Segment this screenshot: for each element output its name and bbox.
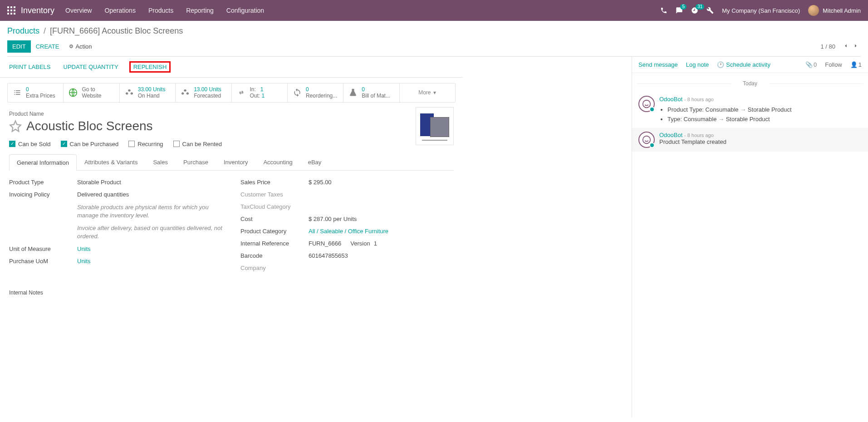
user-name: Mitchell Admin [823, 7, 861, 14]
recurring-checkbox[interactable]: Recurring [128, 141, 163, 147]
category-link[interactable]: All / Saleable / Office Furniture [309, 228, 388, 235]
svg-rect-5 [14, 10, 15, 11]
print-labels-button[interactable]: PRINT LABELS [7, 61, 53, 73]
menu-products[interactable]: Products [148, 7, 173, 14]
followers-count[interactable]: 👤1 [850, 61, 862, 68]
flask-icon [348, 88, 358, 98]
list-icon [12, 88, 22, 98]
company-switcher[interactable]: My Company (San Francisco) [722, 7, 800, 14]
svg-rect-0 [7, 6, 9, 8]
avatar [808, 5, 819, 16]
chat-message: OdooBot - 8 hours ago Product Type: Cons… [632, 92, 868, 128]
message-time: - 8 hours ago [684, 97, 714, 102]
svg-rect-1 [10, 6, 12, 8]
follow-button[interactable]: Follow [825, 61, 842, 68]
tab-general-information[interactable]: General Information [9, 154, 77, 171]
message-time: - 8 hours ago [684, 132, 714, 138]
barcode-value: 601647855653 [309, 252, 454, 259]
tab-accounting[interactable]: Accounting [255, 154, 300, 170]
menu-overview[interactable]: Overview [65, 7, 92, 14]
uom-link[interactable]: Units [77, 245, 91, 252]
chat-message: OdooBot - 8 hours ago Product Template c… [632, 128, 868, 152]
svg-rect-3 [7, 10, 9, 11]
schedule-activity-button[interactable]: 🕐 Schedule activity [717, 61, 770, 68]
menu-configuration[interactable]: Configuration [226, 7, 264, 14]
help-text: Invoice after delivery, based on quantit… [77, 224, 222, 240]
tab-ebay[interactable]: eBay [300, 154, 329, 170]
action-menu[interactable]: Action [64, 40, 97, 53]
help-text: Storable products are physical items for… [77, 203, 222, 220]
message-author[interactable]: OdooBot [659, 132, 682, 138]
create-button[interactable]: CREATE [31, 40, 64, 53]
tab-purchase[interactable]: Purchase [176, 154, 216, 170]
svg-point-11 [643, 136, 651, 143]
sales-price-value: $ 295.00 [309, 179, 454, 186]
clock-icon: 🕐 [717, 61, 724, 68]
version-value: 1 [374, 240, 377, 247]
purchase-uom-link[interactable]: Units [77, 258, 91, 265]
clock-icon[interactable]: 31 [691, 7, 698, 14]
svg-point-10 [643, 100, 651, 108]
stat-onhand[interactable]: 33.00 UnitsOn Hand [120, 83, 176, 102]
stat-more[interactable]: More ▾ [400, 83, 455, 102]
internal-ref-value: FURN_6666 [309, 240, 341, 247]
favorite-star-icon[interactable] [9, 120, 22, 132]
product-name-label: Product Name [9, 111, 454, 117]
chat-badge: 5 [680, 4, 687, 10]
internal-notes-label: Internal Notes [9, 290, 454, 296]
product-name: Acoustic Bloc Screens [26, 119, 153, 133]
stat-bom[interactable]: 0Bill of Mat... [343, 83, 399, 102]
debug-icon[interactable] [706, 7, 714, 14]
replenish-button[interactable]: REPLENISH [129, 61, 171, 73]
clock-badge: 31 [696, 4, 704, 10]
can-be-rented-checkbox[interactable]: Can be Rented [173, 141, 222, 147]
top-nav: Inventory Overview Operations Products R… [0, 0, 868, 21]
product-type-value: Storable Product [77, 179, 222, 186]
log-note-button[interactable]: Log note [686, 61, 709, 68]
invoicing-policy-value: Delivered quantities [77, 191, 222, 198]
stat-transfers[interactable]: In: 1 Out: 1 [232, 83, 288, 102]
pager-next[interactable] [851, 42, 861, 51]
svg-rect-6 [7, 13, 9, 15]
refresh-icon [292, 88, 302, 98]
user-menu[interactable]: Mitchell Admin [808, 5, 861, 16]
attachments-button[interactable]: 📎0 [805, 61, 817, 68]
stat-reordering[interactable]: 0Reordering... [288, 83, 343, 102]
edit-button[interactable]: EDIT [7, 40, 31, 53]
apps-icon[interactable] [7, 6, 15, 15]
product-image[interactable] [416, 107, 454, 145]
boxes-icon [124, 88, 134, 98]
cost-value: $ 287.00 [309, 216, 332, 222]
svg-rect-2 [14, 6, 15, 8]
chevron-down-icon: ▾ [433, 89, 436, 96]
person-icon: 👤 [850, 61, 858, 68]
stat-website[interactable]: Go toWebsite [64, 83, 119, 102]
tab-sales[interactable]: Sales [145, 154, 176, 170]
tab-attributes-variants[interactable]: Attributes & Variants [77, 154, 146, 170]
breadcrumb-current: [FURN_6666] Acoustic Bloc Screens [50, 26, 183, 35]
svg-rect-7 [10, 13, 12, 15]
breadcrumb-parent[interactable]: Products [7, 26, 39, 35]
main-menu: Overview Operations Products Reporting C… [65, 7, 264, 14]
menu-operations[interactable]: Operations [104, 7, 135, 14]
pager-text: 1 / 80 [820, 43, 835, 50]
menu-reporting[interactable]: Reporting [186, 7, 214, 14]
chat-icon[interactable]: 5 [676, 7, 683, 14]
update-quantity-button[interactable]: UPDATE QUANTITY [62, 61, 120, 73]
can-be-sold-checkbox[interactable]: Can be Sold [9, 141, 51, 147]
phone-icon[interactable] [660, 7, 667, 14]
pager-prev[interactable] [841, 42, 851, 51]
boxes-icon [180, 88, 190, 98]
tab-inventory[interactable]: Inventory [216, 154, 255, 170]
app-brand[interactable]: Inventory [21, 6, 54, 15]
message-author[interactable]: OdooBot [659, 96, 682, 103]
send-message-button[interactable]: Send message [638, 61, 678, 68]
date-separator: Today [632, 80, 868, 87]
bot-avatar [638, 96, 655, 112]
svg-rect-4 [10, 10, 12, 11]
paperclip-icon: 📎 [805, 61, 813, 68]
stat-forecasted[interactable]: 13.00 UnitsForecasted [176, 83, 231, 102]
globe-icon [68, 88, 78, 98]
stat-extra-prices[interactable]: 0Extra Prices [8, 83, 64, 102]
can-be-purchased-checkbox[interactable]: Can be Purchased [61, 141, 119, 147]
